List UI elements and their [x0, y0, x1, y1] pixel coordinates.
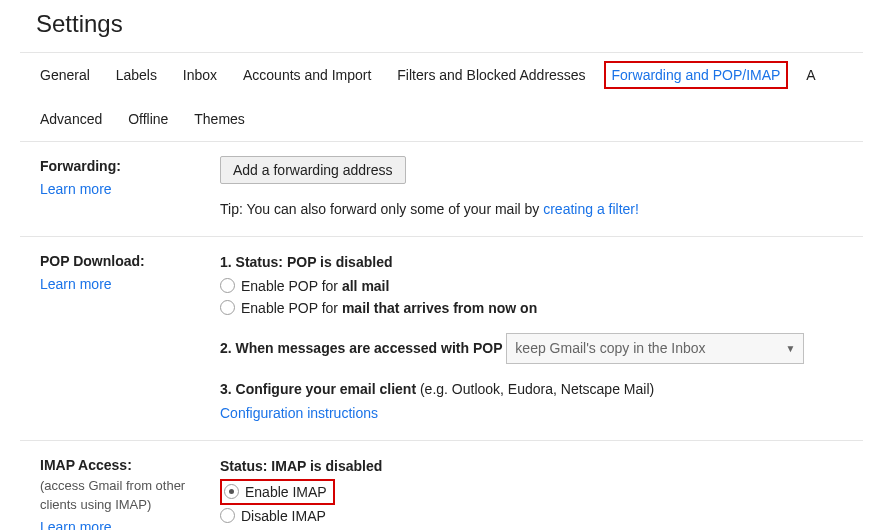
radio-icon[interactable] — [220, 300, 235, 315]
tab-trailing[interactable]: A — [806, 53, 815, 97]
tab-themes[interactable]: Themes — [194, 97, 255, 141]
section-forwarding: Forwarding: Learn more Add a forwarding … — [20, 142, 863, 237]
forwarding-heading: Forwarding: — [40, 156, 220, 177]
tab-inbox[interactable]: Inbox — [183, 53, 227, 97]
pop-action-select[interactable]: keep Gmail's copy in the Inbox ▼ — [506, 333, 804, 365]
imap-learn-more-link[interactable]: Learn more — [40, 517, 112, 530]
radio-icon[interactable] — [220, 278, 235, 293]
pop-configure-line: 3. Configure your email client (e.g. Out… — [220, 378, 863, 402]
config-instructions-link[interactable]: Configuration instructions — [220, 405, 378, 421]
tab-forwarding[interactable]: Forwarding and POP/IMAP — [612, 53, 791, 97]
pop-access-line: 2. When messages are accessed with POP k… — [220, 333, 863, 365]
imap-option-enable[interactable]: Enable IMAP — [220, 479, 863, 505]
tab-advanced[interactable]: Advanced — [40, 97, 112, 141]
tab-general[interactable]: General — [40, 53, 100, 97]
tab-filters[interactable]: Filters and Blocked Addresses — [397, 53, 595, 97]
imap-option-disable[interactable]: Disable IMAP — [220, 505, 863, 527]
imap-heading: IMAP Access: — [40, 455, 220, 476]
section-imap: IMAP Access: (access Gmail from other cl… — [20, 441, 863, 530]
add-forwarding-address-button[interactable]: Add a forwarding address — [220, 156, 406, 184]
section-pop: POP Download: Learn more 1. Status: POP … — [20, 237, 863, 441]
page-title: Settings — [36, 10, 863, 38]
pop-option-all-mail[interactable]: Enable POP for all mail — [220, 275, 863, 297]
imap-status-line: Status: IMAP is disabled — [220, 455, 863, 479]
tab-accounts[interactable]: Accounts and Import — [243, 53, 381, 97]
radio-icon[interactable] — [224, 484, 239, 499]
radio-icon[interactable] — [220, 508, 235, 523]
imap-subtext: (access Gmail from other clients using I… — [40, 476, 220, 515]
forwarding-tip: Tip: You can also forward only some of y… — [220, 198, 863, 222]
chevron-down-icon: ▼ — [785, 340, 795, 357]
pop-status-line: 1. Status: POP is disabled — [220, 251, 863, 275]
pop-option-new-mail[interactable]: Enable POP for mail that arrives from no… — [220, 297, 863, 319]
tab-offline[interactable]: Offline — [128, 97, 178, 141]
tab-labels[interactable]: Labels — [116, 53, 167, 97]
pop-learn-more-link[interactable]: Learn more — [40, 274, 112, 295]
create-filter-link[interactable]: creating a filter! — [543, 201, 639, 217]
pop-heading: POP Download: — [40, 251, 220, 272]
settings-tabs: General Labels Inbox Accounts and Import… — [20, 52, 863, 142]
forwarding-learn-more-link[interactable]: Learn more — [40, 179, 112, 200]
